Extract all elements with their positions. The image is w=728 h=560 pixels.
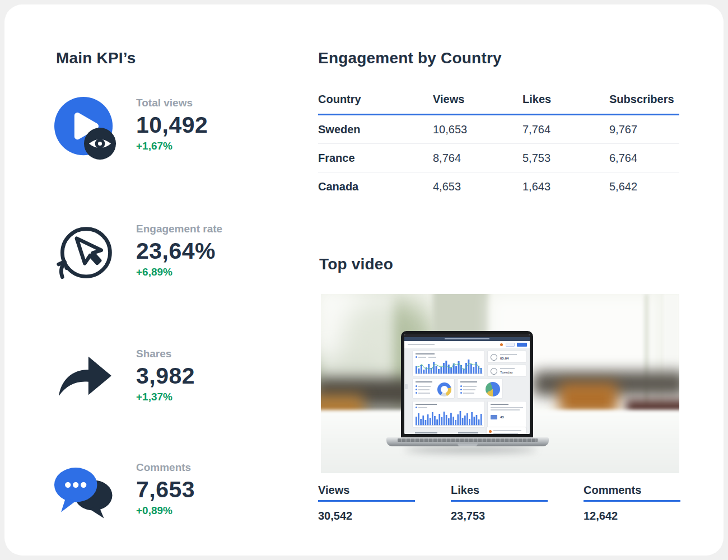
toolbar-button [506,343,515,347]
cell-subscribers: 5,642 [609,180,679,193]
screen-card-stat: 43 [487,401,526,428]
laptop-display-analytics: 05:04 Tuesday [404,334,530,434]
top-video-stats: Views 30,542 Likes 23,753 Comments 12,64… [318,484,680,522]
screen-card-donut [412,379,455,399]
column-header-likes: Likes [522,93,609,106]
dashboard-card: Main KPI’s Total views 10,492 +1,67% [4,4,724,556]
stat-comments: Comments 12,642 [584,484,680,522]
toolbar-button-primary [517,343,527,347]
kpi-change: +0,89% [136,505,195,517]
stat-value: 30,542 [318,510,415,522]
cell-subscribers: 9,767 [609,123,679,136]
kpi-value: 7,653 [136,476,195,503]
comments-icon [54,463,116,521]
table-row: Sweden 10,653 7,764 9,767 [318,115,679,144]
kpi-text-block: Comments 7,653 +0,89% [136,461,195,517]
kpi-label: Comments [136,461,195,474]
kpi-value: 10,492 [136,111,208,138]
kpi-label: Shares [136,348,195,360]
screen-card-bars [412,351,485,376]
screen-card-pie [457,379,503,399]
play-eye-icon [54,97,116,161]
stat-label: Likes [451,484,548,502]
bell-icon [500,343,503,346]
cell-subscribers: 6,764 [609,152,679,165]
pie-chart [486,382,500,396]
kpi-shares: Shares 3,982 +1,37% [54,348,195,403]
kpi-text-block: Shares 3,982 +1,37% [136,348,195,403]
analytics-toolbar [404,341,530,349]
stat-label: Views [318,484,415,502]
cell-likes: 5,753 [522,152,609,165]
kpi-engagement-rate: Engagement rate 23,64% +6,89% [54,223,222,284]
cell-likes: 1,643 [522,180,609,193]
laptop-notch [458,444,478,446]
screen-card-gauge-day: Tuesday [487,365,526,377]
cell-views: 4,653 [433,180,522,193]
screen-card-bars-2 [412,401,485,428]
share-arrow-icon [54,351,116,402]
cell-views: 10,653 [433,123,522,136]
kpi-value: 3,982 [136,362,195,389]
kpi-text-block: Engagement rate 23,64% +6,89% [136,223,222,278]
donut-chart [437,382,451,396]
column-header-views: Views [433,93,522,106]
kpi-section-title: Main KPI’s [56,49,136,67]
stat-value: 12,642 [584,510,680,522]
cell-views: 8,764 [433,152,522,165]
laptop-shadow [405,446,536,453]
column-header-country: Country [318,93,433,106]
kpi-change: +6,89% [136,266,222,278]
chat-widget [486,427,526,434]
cell-country: Sweden [318,123,433,136]
kpi-comments: Comments 7,653 +0,89% [54,461,195,521]
cell-country: Canada [318,180,433,193]
dashboard-root: Main KPI’s Total views 10,492 +1,67% [0,0,728,560]
kpi-total-views: Total views 10,492 +1,67% [54,97,208,161]
engagement-table: Country Views Likes Subscribers Sweden 1… [318,93,679,200]
table-header-row: Country Views Likes Subscribers [318,93,679,115]
stat-label: Comments [584,484,680,502]
kpi-text-block: Total views 10,492 +1,67% [136,97,208,152]
laptop-keyboard [398,438,538,442]
browser-titlebar [404,337,530,341]
analytics-body: 05:04 Tuesday [404,348,530,434]
table-row: France 8,764 5,753 6,764 [318,144,679,172]
stat-views: Views 30,542 [318,484,415,522]
kpi-change: +1,67% [136,140,208,152]
kpi-value: 23,64% [136,237,222,264]
table-row: Canada 4,653 1,643 5,642 [318,172,679,200]
cell-likes: 7,764 [522,123,609,136]
cursor-circle-icon [54,224,116,284]
kpi-label: Total views [136,97,208,109]
column-header-subscribers: Subscribers [609,93,679,106]
kpi-change: +1,37% [136,391,195,403]
laptop-base [386,437,549,446]
top-video-photo: 05:04 Tuesday [321,294,679,473]
kpi-label: Engagement rate [136,223,222,235]
stat-likes: Likes 23,753 [451,484,548,522]
screen-card-gauge-time: 05:04 [487,351,526,363]
cell-country: France [318,152,433,165]
engagement-table-title: Engagement by Country [318,49,502,67]
laptop-screen: 05:04 Tuesday [401,331,533,438]
stat-value: 23,753 [451,510,548,522]
top-video-title: Top video [319,255,393,273]
